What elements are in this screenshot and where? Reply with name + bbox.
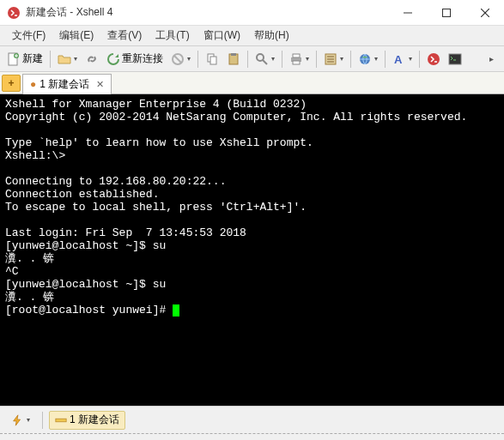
reconnect-button[interactable]: 重新连接 bbox=[103, 50, 167, 69]
link-button[interactable] bbox=[82, 50, 102, 69]
svg-rect-26 bbox=[56, 419, 66, 422]
toolbar: 新建 ▾ 重新连接 ▾ ▾ ▾ ▾ ▾ A▾ ▸ bbox=[0, 46, 504, 72]
menu-file[interactable]: 文件(F) bbox=[5, 26, 52, 45]
tab-session-1[interactable]: ● 1 新建会话 ✕ bbox=[22, 74, 112, 94]
chain-icon bbox=[85, 52, 99, 66]
search-icon bbox=[255, 52, 269, 66]
folder-open-icon bbox=[58, 52, 71, 66]
svg-rect-25 bbox=[449, 54, 461, 64]
app-icon bbox=[7, 6, 21, 20]
disconnect-button[interactable]: ▾ bbox=[167, 50, 194, 69]
open-button[interactable]: ▾ bbox=[54, 50, 81, 69]
copy-icon bbox=[205, 52, 219, 66]
menu-edit[interactable]: 编辑(E) bbox=[52, 26, 100, 45]
new-session-label: 新建 bbox=[22, 51, 43, 66]
disconnect-icon bbox=[171, 52, 185, 66]
statusbar: ▾ 1 新建会话 bbox=[0, 406, 504, 433]
new-session-button[interactable]: 新建 bbox=[3, 50, 46, 69]
bullet-icon: ● bbox=[30, 78, 36, 90]
menu-help[interactable]: 帮助(H) bbox=[247, 26, 296, 45]
reconnect-label: 重新连接 bbox=[122, 51, 163, 66]
font-icon: A bbox=[392, 52, 406, 66]
print-button[interactable]: ▾ bbox=[286, 50, 313, 69]
close-button[interactable] bbox=[465, 0, 504, 25]
menubar: 文件(F) 编辑(E) 查看(V) 工具(T) 窗口(W) 帮助(H) bbox=[0, 26, 504, 46]
tabbar: + ● 1 新建会话 ✕ bbox=[0, 72, 504, 94]
copy-button[interactable] bbox=[202, 50, 222, 69]
svg-rect-16 bbox=[293, 54, 300, 57]
tab-label: 1 新建会话 bbox=[39, 77, 89, 92]
new-file-icon bbox=[7, 52, 21, 66]
find-button[interactable]: ▾ bbox=[252, 50, 278, 69]
font-button[interactable]: A▾ bbox=[389, 50, 416, 69]
svg-line-14 bbox=[263, 60, 267, 64]
minimize-button[interactable] bbox=[388, 0, 427, 25]
session-bar-icon bbox=[55, 414, 67, 426]
window-controls bbox=[388, 0, 504, 25]
window-title: 新建会话 - Xshell 4 bbox=[26, 5, 388, 20]
tab-add-button[interactable]: + bbox=[2, 75, 21, 92]
svg-text:A: A bbox=[394, 53, 403, 66]
globe-button[interactable]: ▾ bbox=[355, 50, 381, 69]
menu-view[interactable]: 查看(V) bbox=[100, 26, 149, 45]
terminal-alt-icon bbox=[448, 52, 462, 66]
properties-button[interactable]: ▾ bbox=[320, 50, 347, 69]
lightning-icon bbox=[11, 414, 23, 426]
maximize-button[interactable] bbox=[427, 0, 465, 25]
svg-point-13 bbox=[257, 54, 264, 61]
svg-rect-12 bbox=[231, 53, 236, 56]
xshell-icon bbox=[427, 52, 440, 66]
tab-close-button[interactable]: ✕ bbox=[96, 79, 104, 90]
svg-rect-17 bbox=[293, 61, 300, 64]
terminal-cursor bbox=[173, 304, 179, 316]
status-session-tab[interactable]: 1 新建会话 bbox=[49, 411, 125, 430]
globe-icon bbox=[358, 52, 372, 66]
quick-command-button[interactable]: ▾ bbox=[5, 411, 36, 430]
paste-button[interactable] bbox=[223, 50, 244, 69]
refresh-icon bbox=[106, 52, 120, 66]
properties-icon bbox=[324, 52, 337, 66]
svg-line-8 bbox=[174, 56, 181, 63]
xterm-icon-button[interactable] bbox=[445, 50, 465, 69]
terminal[interactable]: Xshell for Xmanager Enterprise 4 (Build … bbox=[0, 94, 504, 406]
menu-tools[interactable]: 工具(T) bbox=[149, 26, 196, 45]
status-session-label: 1 新建会话 bbox=[70, 413, 119, 427]
toolbar-overflow[interactable]: ▸ bbox=[482, 50, 501, 69]
svg-rect-10 bbox=[210, 57, 216, 64]
printer-icon bbox=[289, 52, 303, 66]
paste-icon bbox=[227, 52, 240, 66]
xshell-icon-button[interactable] bbox=[423, 50, 444, 69]
resize-strip bbox=[0, 433, 504, 440]
svg-rect-2 bbox=[442, 9, 450, 16]
titlebar: 新建会话 - Xshell 4 bbox=[0, 0, 504, 26]
plus-icon: + bbox=[8, 77, 14, 89]
menu-window[interactable]: 窗口(W) bbox=[197, 26, 247, 45]
